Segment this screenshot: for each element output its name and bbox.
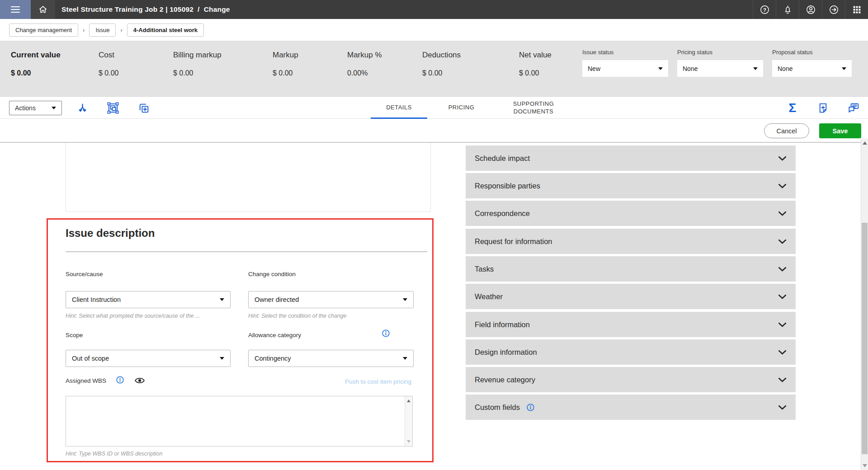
select-value: Out of scope [72,355,109,362]
custom-fields-info-icon[interactable] [526,403,535,412]
actions-button[interactable]: Actions [9,101,62,115]
panel-label: Revenue category [475,376,535,384]
page-scrollbar[interactable] [861,139,868,470]
panel-tasks[interactable]: Tasks [466,256,796,282]
cancel-button[interactable]: Cancel [764,123,809,138]
issue-status-select[interactable]: New [582,60,668,77]
add-document-button[interactable] [815,100,830,116]
scrollbar-up-icon[interactable] [863,141,867,145]
panel-custom-fields[interactable]: Custom fields [466,395,796,420]
issue-status-group: Issue status New [582,49,668,77]
panel-correspondence[interactable]: Correspondence [466,201,796,226]
breadcrumb-item-change-management[interactable]: Change management [9,24,78,37]
workflow-split-button[interactable] [75,100,90,116]
action-row: Cancel Save [0,119,868,142]
group-selection-button[interactable] [105,100,121,116]
allowance-info-icon[interactable] [382,329,390,338]
page-title: Change [204,5,230,14]
panel-revenue-category[interactable]: Revenue category [466,367,796,392]
status-label: Issue status [582,49,668,56]
assigned-wbs-label: Assigned WBS [66,377,106,384]
comments-icon [847,102,860,114]
push-to-cost-item-pricing-link[interactable]: Push to cost item pricing [335,378,411,385]
content-area: Issue description Source/cause Change co… [0,142,868,470]
scope-label: Scope [66,332,83,338]
select-value: New [588,65,600,72]
caret-down-icon [220,298,224,301]
status-label: Pricing status [677,49,763,56]
scrollbar-thumb[interactable] [862,223,868,454]
breadcrumb-item-current: 4-Additional steel work [127,24,204,37]
change-condition-label: Change condition [248,271,296,277]
account-button[interactable] [799,0,822,19]
split-arrow-icon [76,102,89,114]
panel-weather[interactable]: Weather [466,284,796,309]
duplicate-button[interactable] [136,100,151,116]
metric-label: Markup [273,51,298,60]
signout-icon [829,5,839,15]
panel-field-information[interactable]: Field information [466,312,796,337]
tab-details[interactable]: DETAILS [371,97,427,119]
eye-icon[interactable] [134,377,145,384]
metric-value: $ 0.00 [422,69,461,77]
assigned-wbs-info-icon[interactable] [116,376,124,384]
chevron-down-icon [778,267,787,272]
allowance-category-label: Allowance category [248,332,301,338]
pricing-status-select[interactable]: None [677,60,763,77]
actions-label: Actions [15,104,36,112]
panel-schedule-impact[interactable]: Schedule impact [466,146,796,171]
panel-design-information[interactable]: Design information [466,339,796,365]
metric-net-value: Net value $ 0.00 [519,51,552,77]
panel-label: Responsible parties [475,182,540,190]
panel-label: Field information [475,320,530,329]
stats-bar: Current value $ 0.00 Cost $ 0.00 Billing… [0,41,868,97]
chevron-down-icon [778,350,787,355]
caret-down-icon [658,67,663,70]
chevron-down-icon [778,211,787,216]
wbs-input[interactable] [66,396,413,446]
select-value: None [683,65,698,72]
svg-text:?: ? [763,7,766,12]
scrollbar-down-icon[interactable] [863,464,867,467]
panel-responsible-parties[interactable]: Responsible parties [466,173,796,198]
summary-button[interactable]: Σ [785,100,800,116]
chevron-down-icon [778,183,787,188]
apps-button[interactable] [845,0,868,19]
hamburger-menu-button[interactable] [0,0,31,19]
panel-request-for-information[interactable]: Request for information [466,229,796,254]
metric-markup: Markup $ 0.00 [273,51,298,77]
scroll-down-icon[interactable] [407,440,410,443]
home-button[interactable] [31,0,55,19]
caret-down-icon [403,357,407,360]
source-cause-select[interactable]: Client Instruction [66,291,231,308]
tab-pricing[interactable]: PRICING [433,97,490,119]
metric-value: $ 0.00 [519,69,552,77]
proposal-status-select[interactable]: None [772,60,852,77]
caret-down-icon [403,298,407,301]
panel-label: Correspondence [475,209,530,218]
allowance-category-select[interactable]: Contingency [248,350,414,367]
notifications-button[interactable] [776,0,799,19]
source-cause-label: Source/cause [66,271,103,277]
upper-text-box[interactable] [66,143,431,212]
comments-button[interactable] [846,100,861,116]
help-icon: ? [760,5,770,15]
metric-billing-markup: Billing markup $ 0.00 [173,51,222,77]
scroll-up-icon[interactable] [407,400,410,402]
metric-current-value: Current value $ 0.00 [11,51,61,77]
home-icon [38,5,48,14]
scope-select[interactable]: Out of scope [66,350,231,367]
metric-label: Cost [99,51,118,60]
save-button[interactable]: Save [819,123,861,138]
hamburger-icon [11,5,20,14]
help-button[interactable]: ? [753,0,776,19]
metric-label: Current value [11,51,61,60]
wbs-hint: Hint: Type WBS ID or WBS description [66,451,292,457]
signout-button[interactable] [822,0,845,19]
breadcrumb-item-issue[interactable]: Issue [89,24,116,37]
change-condition-select[interactable]: Owner directed [248,291,414,308]
wbs-input-scrollbar[interactable] [405,396,412,446]
metric-value: $ 0.00 [99,69,118,77]
panel-label: Design information [475,348,537,357]
tab-supporting-documents[interactable]: SUPPORTING DOCUMENTS [497,97,570,119]
